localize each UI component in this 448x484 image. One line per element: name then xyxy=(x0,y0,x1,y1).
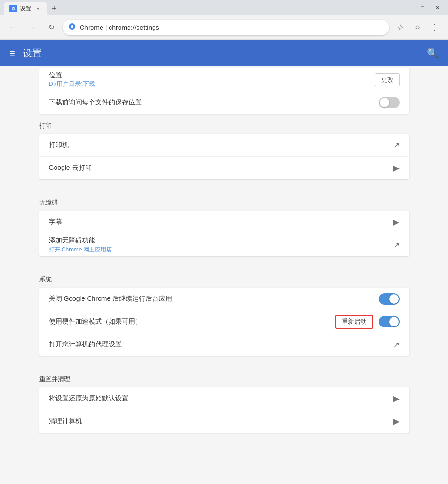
reset-settings-action: ▶ xyxy=(393,393,400,404)
system-section-title: 系统 xyxy=(39,268,409,288)
toolbar-actions: ☆ ○ ⋮ xyxy=(393,20,442,35)
close-window-button[interactable]: ✕ xyxy=(431,3,444,12)
accessibility-card: 字幕 ▶ 添加无障碍功能 打开 Chrome 网上应用店 ↗ xyxy=(39,211,409,256)
maximize-button[interactable]: □ xyxy=(416,3,429,12)
address-input[interactable]: Chrome | chrome://settings xyxy=(63,20,389,35)
reset-settings-arrow-icon: ▶ xyxy=(393,393,400,404)
google-cloud-print-row[interactable]: Google 云打印 ▶ xyxy=(39,157,409,179)
background-apps-label: 关闭 Google Chrome 后继续运行后台应用 xyxy=(49,295,173,303)
captions-row[interactable]: 字幕 ▶ xyxy=(39,211,409,233)
add-accessibility-action: ↗ xyxy=(393,241,400,250)
reset-settings-row[interactable]: 将设置还原为原始默认设置 ▶ xyxy=(39,387,409,410)
ask-before-download-label: 下载前询问每个文件的保存位置 xyxy=(49,98,142,107)
proxy-settings-external-icon: ↗ xyxy=(393,340,400,349)
clean-computer-action: ▶ xyxy=(393,416,400,427)
back-button[interactable]: ← xyxy=(6,20,21,35)
new-tab-button[interactable]: + xyxy=(47,2,61,15)
settings-header: ≡ 设置 🔍 xyxy=(0,40,448,66)
tab-close-button[interactable]: ✕ xyxy=(34,5,42,12)
address-favicon xyxy=(68,23,76,32)
printer-label: 打印机 xyxy=(49,141,69,149)
reset-section-title: 重置并清理 xyxy=(39,367,409,387)
hardware-acceleration-toggle[interactable] xyxy=(379,316,400,327)
download-location-label: 位置 xyxy=(49,71,95,80)
download-location-action: 更改 xyxy=(375,73,400,86)
captions-arrow-icon: ▶ xyxy=(393,217,400,227)
system-section: 系统 关闭 Google Chrome 后继续运行后台应用 使用硬件加速模式（如… xyxy=(39,268,409,356)
download-location-value: D:\用户目录\下载 xyxy=(49,80,95,88)
profile-button[interactable]: ○ xyxy=(410,20,425,35)
toggle-knob xyxy=(380,98,389,107)
address-text: Chrome | chrome://settings xyxy=(80,24,159,31)
address-bar: ← → ↻ Chrome | chrome://settings ☆ ○ ⋮ xyxy=(0,15,448,40)
restart-button[interactable]: 重新启动 xyxy=(335,315,373,329)
proxy-settings-row[interactable]: 打开您计算机的代理设置 ↗ xyxy=(39,333,409,356)
window-titlebar: ⚙ 设置 ✕ + ─ □ ✕ xyxy=(0,0,448,15)
toggle-knob xyxy=(389,294,399,304)
background-apps-action xyxy=(379,293,400,305)
reload-button[interactable]: ↻ xyxy=(44,20,59,35)
clean-computer-row[interactable]: 清理计算机 ▶ xyxy=(39,410,409,433)
print-card: 打印机 ↗ Google 云打印 ▶ xyxy=(39,134,409,179)
hardware-acceleration-action: 重新启动 xyxy=(335,315,400,329)
google-cloud-print-arrow-icon: ▶ xyxy=(393,163,400,173)
accessibility-section: 无障碍 字幕 ▶ 添加无障碍功能 打开 Chrome 网上应用店 ↗ xyxy=(39,191,409,256)
menu-button[interactable]: ⋮ xyxy=(427,20,442,35)
add-accessibility-label-group: 添加无障碍功能 打开 Chrome 网上应用店 xyxy=(49,236,112,254)
background-apps-toggle[interactable] xyxy=(379,293,400,305)
captions-label: 字幕 xyxy=(49,218,62,226)
hardware-acceleration-label: 使用硬件加速模式（如果可用） xyxy=(49,317,142,326)
toggle-knob xyxy=(389,317,399,326)
add-accessibility-label: 添加无障碍功能 xyxy=(49,236,112,245)
content-inner: 位置 D:\用户目录\下载 更改 下载前询问每个文件的保存位置 打印 打印机 xyxy=(30,68,419,454)
reset-card: 将设置还原为原始默认设置 ▶ 清理计算机 ▶ xyxy=(39,387,409,433)
add-accessibility-external-icon: ↗ xyxy=(393,241,400,250)
tabs-area: ⚙ 设置 ✕ + xyxy=(4,0,61,15)
google-cloud-print-label: Google 云打印 xyxy=(49,164,92,172)
ask-before-download-toggle[interactable] xyxy=(379,97,400,108)
proxy-settings-action: ↗ xyxy=(393,340,400,349)
tab-title: 设置 xyxy=(20,5,31,13)
google-cloud-print-action: ▶ xyxy=(393,163,400,173)
svg-point-1 xyxy=(71,25,73,28)
bookmark-button[interactable]: ☆ xyxy=(393,20,408,35)
reset-section: 重置并清理 将设置还原为原始默认设置 ▶ 清理计算机 ▶ xyxy=(39,367,409,433)
captions-action: ▶ xyxy=(393,217,400,227)
tab-favicon: ⚙ xyxy=(9,5,17,12)
forward-button[interactable]: → xyxy=(25,20,40,35)
header-left: ≡ 设置 xyxy=(9,47,42,60)
print-section: 打印 打印机 ↗ Google 云打印 ▶ xyxy=(39,114,409,179)
minimize-button[interactable]: ─ xyxy=(401,3,414,12)
hamburger-menu[interactable]: ≡ xyxy=(9,48,15,59)
hardware-acceleration-row[interactable]: 使用硬件加速模式（如果可用） 重新启动 xyxy=(39,310,409,333)
accessibility-section-title: 无障碍 xyxy=(39,191,409,211)
settings-content: 位置 D:\用户目录\下载 更改 下载前询问每个文件的保存位置 打印 打印机 xyxy=(0,66,448,484)
download-location-label-group: 位置 D:\用户目录\下载 xyxy=(49,71,95,88)
add-accessibility-subtitle: 打开 Chrome 网上应用店 xyxy=(49,246,112,254)
add-accessibility-row[interactable]: 添加无障碍功能 打开 Chrome 网上应用店 ↗ xyxy=(39,233,409,256)
settings-title: 设置 xyxy=(23,47,42,60)
clean-computer-arrow-icon: ▶ xyxy=(393,416,400,427)
printer-action: ↗ xyxy=(393,140,400,149)
background-apps-row[interactable]: 关闭 Google Chrome 后继续运行后台应用 xyxy=(39,288,409,310)
proxy-settings-label: 打开您计算机的代理设置 xyxy=(49,340,122,349)
window-controls: ─ □ ✕ xyxy=(401,3,444,12)
download-card: 位置 D:\用户目录\下载 更改 下载前询问每个文件的保存位置 xyxy=(39,68,409,114)
system-card: 关闭 Google Chrome 后继续运行后台应用 使用硬件加速模式（如果可用… xyxy=(39,288,409,356)
print-section-title: 打印 xyxy=(39,114,409,134)
clean-computer-label: 清理计算机 xyxy=(49,417,82,426)
printer-external-icon: ↗ xyxy=(393,140,400,149)
ask-before-download-row[interactable]: 下载前询问每个文件的保存位置 xyxy=(39,91,409,114)
active-tab[interactable]: ⚙ 设置 ✕ xyxy=(4,2,47,15)
printer-row[interactable]: 打印机 ↗ xyxy=(39,134,409,157)
reset-settings-label: 将设置还原为原始默认设置 xyxy=(49,394,128,403)
search-button[interactable]: 🔍 xyxy=(427,47,439,59)
download-location-row[interactable]: 位置 D:\用户目录\下载 更改 xyxy=(39,68,409,91)
change-location-button[interactable]: 更改 xyxy=(375,73,400,86)
